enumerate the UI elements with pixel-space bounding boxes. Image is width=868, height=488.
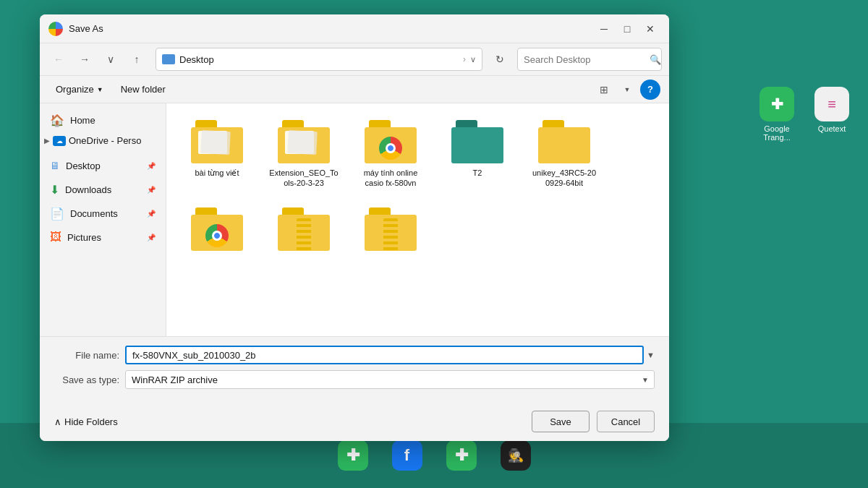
desktop-icon-quetext[interactable]: ≡ Quetext (810, 87, 854, 142)
hide-folders-chevron-icon: ∧ (54, 416, 61, 427)
address-text: Desktop (179, 54, 459, 65)
address-separator: › (463, 54, 466, 64)
sidebar-item-pictures[interactable]: 🖼 Pictures 📌 (43, 226, 163, 249)
address-bar[interactable]: Desktop › ∨ (156, 48, 482, 71)
search-icon: 🔍 (650, 54, 661, 65)
address-chevron-icon[interactable]: ∨ (470, 55, 476, 64)
folder-zip-2-icon (365, 207, 417, 251)
save-as-dialog: Save As ─ □ ✕ ← → ∨ ↑ Desktop › ∨ ↻ 🔍 Or… (40, 14, 669, 441)
new-folder-button[interactable]: New folder (114, 80, 173, 100)
folder-extension-seo-label: Extension_SEO_Tools-20-3-23 (268, 168, 340, 189)
folder-may-tinh-online[interactable]: máy tính online casio fx-580vn (351, 114, 430, 194)
filetype-select[interactable]: WinRAR ZIP archive (125, 370, 655, 389)
minimize-button[interactable]: ─ (594, 19, 614, 39)
file-area: bài từng viết Extension_SEO_Tools-20-3-2… (166, 103, 669, 336)
downloads-sidebar-icon: ⬇ (50, 183, 59, 197)
documents-pin-icon: 📌 (147, 210, 156, 218)
onedrive-expand-icon: ▶ (44, 137, 50, 145)
folder-bai-tung-viet-label: bài từng viết (195, 168, 239, 178)
folder-bai-tung-viet[interactable]: bài từng viết (177, 114, 257, 194)
sidebar-downloads-label: Downloads (65, 184, 111, 195)
sidebar-pictures-label: Pictures (67, 232, 101, 243)
folder-may-tinh-online-label: máy tính online casio fx-580vn (354, 168, 427, 189)
folder-chrome-plain-icon (191, 207, 243, 251)
sidebar-item-home[interactable]: 🏠 Home (43, 108, 163, 132)
folder-zip-1[interactable] (264, 202, 344, 261)
sidebar: 🏠 Home ▶ ☁ OneDrive - Perso 🖥 Desktop 📌 … (40, 103, 166, 336)
help-button[interactable]: ? (640, 80, 660, 100)
filename-row: File name: ▼ (54, 346, 655, 364)
cancel-button[interactable]: Cancel (597, 411, 655, 432)
folder-t2-icon (451, 120, 503, 163)
filetype-select-wrapper: WinRAR ZIP archive ▼ (125, 370, 655, 389)
desktop-sidebar-icon: 🖥 (50, 160, 60, 171)
onedrive-cloud-icon: ☁ (53, 136, 66, 146)
view-button[interactable]: ⊞ (594, 80, 614, 100)
folder-unikey[interactable]: unikey_43RC5-20 0929-64bit (524, 114, 604, 194)
dialog-buttons: ∧ Hide Folders Save Cancel (40, 403, 669, 441)
folder-unikey-icon (538, 120, 590, 163)
filename-dropdown-icon[interactable]: ▼ (647, 351, 655, 359)
folder-may-tinh-online-icon (365, 120, 417, 163)
folder-zip-1-icon (278, 207, 330, 251)
filetype-label: Save as type: (54, 374, 119, 385)
taskbar-icon-spy[interactable]: 🕵 (495, 440, 535, 471)
forward-button[interactable]: → (73, 48, 96, 71)
save-button[interactable]: Save (532, 411, 590, 432)
close-button[interactable]: ✕ (640, 19, 660, 39)
sidebar-desktop-label: Desktop (66, 160, 101, 171)
desktop-pin-icon: 📌 (147, 162, 156, 170)
pictures-sidebar-icon: 🖼 (50, 231, 61, 244)
sidebar-home-label: Home (70, 115, 95, 126)
hide-folders-label: Hide Folders (64, 416, 118, 427)
pictures-pin-icon: 📌 (147, 234, 156, 241)
filetype-row: Save as type: WinRAR ZIP archive ▼ (54, 370, 655, 389)
dialog-title: Save As (69, 23, 594, 34)
title-bar: Save As ─ □ ✕ (40, 14, 669, 43)
refresh-button[interactable]: ↻ (490, 49, 510, 69)
hide-folders-button[interactable]: ∧ Hide Folders (54, 416, 118, 427)
home-icon: 🏠 (50, 114, 64, 127)
desktop-icons: ✚ Google Trang... ≡ Quetext (755, 87, 854, 142)
search-bar: 🔍 (517, 48, 662, 71)
search-input[interactable] (524, 54, 645, 65)
sidebar-group-onedrive[interactable]: ▶ ☁ OneDrive - Perso (40, 132, 166, 149)
taskbar-icon-facebook[interactable]: f (387, 440, 427, 471)
facebook-icon: f (392, 440, 422, 471)
quetext-icon: ≡ (814, 87, 849, 121)
taskbar-icon-3[interactable]: ✚ (441, 440, 481, 471)
back-button[interactable]: ← (47, 48, 70, 71)
folder-zip-2[interactable] (351, 202, 430, 261)
downloads-pin-icon: 📌 (147, 186, 156, 194)
folder-extension-seo[interactable]: Extension_SEO_Tools-20-3-23 (264, 114, 344, 194)
filename-label: File name: (54, 350, 119, 361)
quetext-label: Quetext (818, 124, 846, 133)
documents-sidebar-icon: 📄 (50, 207, 64, 221)
google-trang-label: Google Trang... (755, 124, 799, 142)
folder-extension-seo-icon (278, 120, 330, 163)
sidebar-item-desktop[interactable]: 🖥 Desktop 📌 (43, 154, 163, 177)
action-bar: Organize ▼ New folder ⊞ ▼ ? (40, 76, 669, 103)
sidebar-item-downloads[interactable]: ⬇ Downloads 📌 (43, 178, 163, 201)
view-dropdown-button[interactable]: ▼ (617, 80, 637, 100)
folder-chrome-plain[interactable] (177, 202, 257, 261)
folder-t2-label: T2 (473, 168, 482, 178)
maximize-button[interactable]: □ (617, 19, 637, 39)
folder-t2[interactable]: T2 (438, 114, 517, 194)
google-trang-icon: ✚ (760, 87, 794, 121)
address-folder-icon (162, 54, 175, 64)
folder-unikey-label: unikey_43RC5-20 0929-64bit (528, 168, 600, 189)
filename-input[interactable] (125, 346, 644, 364)
organize-button[interactable]: Organize ▼ (48, 80, 111, 100)
taskbar-plus-icon-1: ✚ (338, 440, 368, 471)
chrome-logo-icon (48, 22, 63, 36)
sidebar-onedrive-label: OneDrive - Perso (69, 135, 141, 146)
sidebar-item-documents[interactable]: 📄 Documents 📌 (43, 202, 163, 225)
taskbar-plus-icon-2: ✚ (446, 440, 477, 471)
desktop-icon-google-trang[interactable]: ✚ Google Trang... (755, 87, 799, 142)
taskbar-icon-1[interactable]: ✚ (333, 440, 373, 471)
up-button[interactable]: ↑ (125, 48, 148, 71)
sidebar-documents-label: Documents (70, 208, 118, 219)
dropdown-button[interactable]: ∨ (99, 48, 122, 71)
folder-bai-tung-viet-icon (191, 120, 243, 163)
